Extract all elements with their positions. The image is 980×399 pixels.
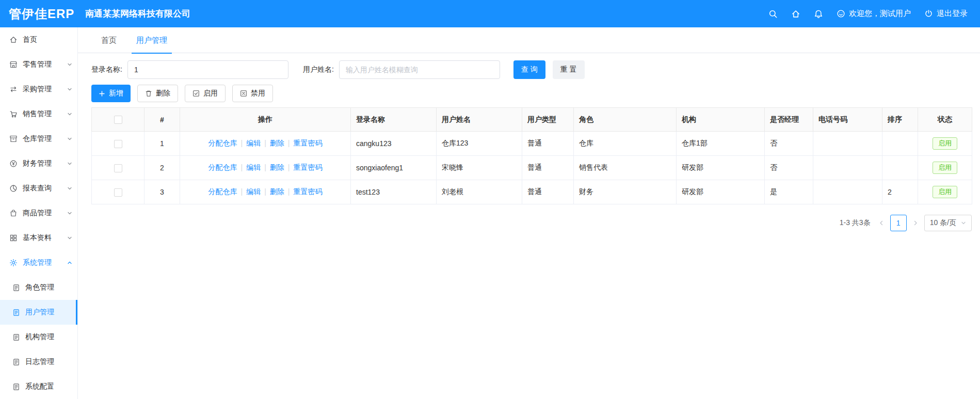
x-square-icon (240, 90, 247, 97)
document-icon (12, 383, 20, 391)
search-button[interactable]: 查 询 (513, 60, 545, 79)
sidebar-subitem-label: 系统配置 (25, 382, 54, 391)
delete-button[interactable]: 删除 (137, 85, 178, 102)
sidebar-subitem-label: 角色管理 (25, 283, 54, 292)
sidebar-item-system[interactable]: 系统管理 (0, 250, 77, 275)
link-divider: | (241, 139, 243, 147)
home-icon[interactable] (791, 9, 800, 19)
cell-sort: 2 (882, 180, 918, 204)
delete-link[interactable]: 删除 (270, 139, 284, 147)
row-actions: 分配仓库|编辑|删除|重置密码 (180, 132, 351, 156)
chevron-down-icon (961, 220, 966, 226)
plus-icon (99, 90, 105, 97)
tab-home[interactable]: 首页 (91, 27, 126, 53)
trash-icon (145, 90, 152, 97)
delete-link[interactable]: 删除 (270, 187, 284, 196)
swap-arrows-icon (9, 85, 18, 93)
sidebar-item-purchase[interactable]: 采购管理 (0, 77, 77, 102)
cell-login: cangku123 (351, 132, 437, 156)
row-checkbox[interactable] (114, 164, 122, 172)
cell-phone (813, 132, 882, 156)
chevron-down-icon (67, 62, 72, 67)
reset-password-link[interactable]: 重置密码 (293, 187, 322, 196)
row-actions: 分配仓库|编辑|删除|重置密码 (180, 180, 351, 204)
status-badge: 启用 (933, 137, 957, 150)
edit-link[interactable]: 编辑 (246, 187, 261, 196)
sidebar-item-label: 财务管理 (23, 159, 52, 168)
link-divider: | (288, 187, 290, 196)
user-name-input[interactable] (339, 60, 500, 79)
next-page-button[interactable] (912, 220, 919, 226)
bell-icon[interactable] (814, 9, 823, 19)
enable-button[interactable]: 启用 (185, 85, 226, 102)
col-org: 机构 (677, 108, 765, 132)
reset-password-link[interactable]: 重置密码 (293, 139, 322, 147)
link-divider: | (241, 187, 243, 196)
reset-button[interactable]: 重 置 (553, 60, 585, 79)
link-divider: | (264, 163, 266, 171)
delete-link[interactable]: 删除 (270, 163, 284, 171)
add-button[interactable]: 新增 (91, 85, 131, 102)
sidebar-item-finance[interactable]: 财务管理 (0, 151, 77, 176)
welcome-user[interactable]: 欢迎您，测试用户 (837, 9, 911, 19)
current-page[interactable]: 1 (890, 215, 907, 231)
pagination: 1-3 共3条 1 10 条/页 (91, 215, 972, 231)
cell-role: 仓库 (574, 132, 677, 156)
logout-button[interactable]: 退出登录 (924, 9, 968, 19)
cell-role: 财务 (574, 180, 677, 204)
edit-link[interactable]: 编辑 (246, 163, 261, 171)
search-icon[interactable] (768, 9, 778, 19)
prev-page-button[interactable] (878, 220, 885, 226)
gear-icon (9, 259, 18, 267)
sidebar-item-label: 销售管理 (23, 109, 52, 119)
assign-warehouse-link[interactable]: 分配仓库 (208, 139, 237, 147)
sidebar-item-reports[interactable]: 报表查询 (0, 176, 77, 201)
table-row: 1 分配仓库|编辑|删除|重置密码 cangku123 仓库123 普通 仓库 … (92, 132, 972, 156)
sidebar-subitem-users[interactable]: 用户管理 (0, 300, 77, 325)
home-icon (9, 36, 18, 44)
sidebar-item-home[interactable]: 首页 (0, 27, 77, 52)
assign-warehouse-link[interactable]: 分配仓库 (208, 163, 237, 171)
cell-phone (813, 156, 882, 180)
status-badge: 启用 (933, 162, 957, 174)
sidebar-item-basic-data[interactable]: 基本资料 (0, 226, 77, 250)
topbar: 管伊佳ERP 南通某某网络科技有限公司 欢迎您，测试用户 退出登录 (0, 0, 980, 27)
reset-password-link[interactable]: 重置密码 (293, 163, 322, 171)
sidebar-subitem-org[interactable]: 机构管理 (0, 325, 77, 349)
archive-box-icon (9, 135, 18, 143)
sidebar-subitem-logs[interactable]: 日志管理 (0, 349, 77, 374)
disable-button[interactable]: 禁用 (232, 85, 273, 102)
login-name-input[interactable] (127, 60, 288, 79)
row-checkbox[interactable] (114, 188, 122, 197)
edit-link[interactable]: 编辑 (246, 139, 261, 147)
cell-type: 普通 (522, 156, 574, 180)
cell-org: 研发部 (677, 180, 765, 204)
col-manager: 是否经理 (765, 108, 813, 132)
sidebar-subitem-roles[interactable]: 角色管理 (0, 275, 77, 300)
sidebar-subitem-config[interactable]: 系统配置 (0, 374, 77, 399)
col-status: 状态 (918, 108, 972, 132)
sidebar: 首页 零售管理 采购管理 销售管理 仓库管理 财务管理 报表查询 商品管理 (0, 27, 78, 399)
user-name-label: 用户姓名: (303, 65, 334, 74)
sidebar-item-goods[interactable]: 商品管理 (0, 201, 77, 226)
row-index: 3 (144, 180, 180, 204)
app-logo: 管伊佳ERP (0, 6, 78, 22)
col-action: 操作 (180, 108, 351, 132)
cell-org: 研发部 (677, 156, 765, 180)
sidebar-item-sales[interactable]: 销售管理 (0, 102, 77, 126)
sidebar-item-warehouse[interactable]: 仓库管理 (0, 126, 77, 151)
tab-users[interactable]: 用户管理 (126, 27, 177, 53)
select-all-checkbox[interactable] (114, 116, 122, 124)
assign-warehouse-link[interactable]: 分配仓库 (208, 187, 237, 196)
row-checkbox[interactable] (114, 140, 122, 148)
table-row: 2 分配仓库|编辑|删除|重置密码 songxiaofeng1 宋晓锋 普通 销… (92, 156, 972, 180)
chevron-down-icon (67, 111, 72, 117)
table-header-row: # 操作 登录名称 用户姓名 用户类型 角色 机构 是否经理 电话号码 排序 状… (92, 108, 972, 132)
yuan-coin-icon (9, 159, 18, 168)
sidebar-item-retail[interactable]: 零售管理 (0, 52, 77, 77)
page-size-select[interactable]: 10 条/页 (924, 215, 972, 231)
row-index: 1 (144, 132, 180, 156)
page-size-value: 10 条/页 (930, 218, 956, 228)
shop-icon (9, 60, 18, 69)
tab-label: 首页 (101, 36, 117, 45)
